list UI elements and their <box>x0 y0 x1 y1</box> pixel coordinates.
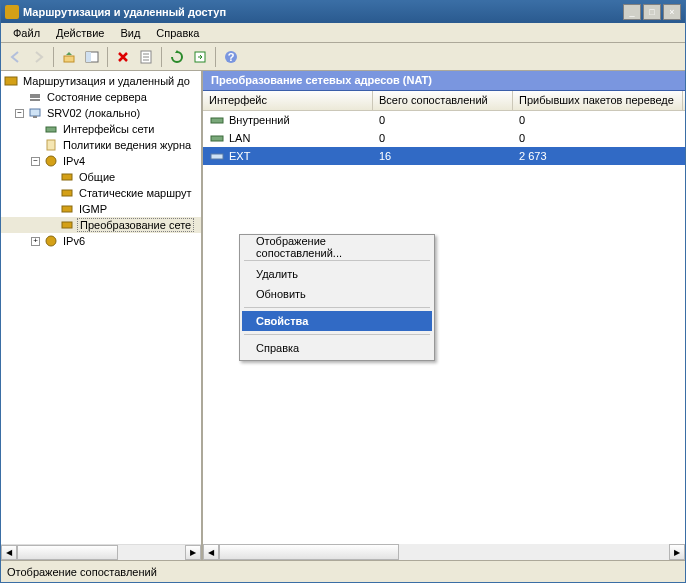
help-button[interactable]: ? <box>220 46 242 68</box>
close-button[interactable]: × <box>663 4 681 20</box>
tree-pane: Маршрутизация и удаленный до Состояние с… <box>1 71 203 560</box>
menu-help[interactable]: Справка <box>148 25 207 41</box>
menu-separator <box>244 334 430 335</box>
grid-hscrollbar[interactable]: ◀ ▶ <box>203 544 685 560</box>
svg-point-17 <box>46 156 56 166</box>
toolbar: ? <box>1 43 685 71</box>
svg-rect-13 <box>30 109 40 116</box>
export-button[interactable] <box>189 46 211 68</box>
tree-nat[interactable]: Преобразование сете <box>1 217 201 233</box>
general-icon <box>59 169 75 185</box>
svg-rect-15 <box>46 127 56 132</box>
grid-header: Интерфейс Всего сопоставлений Прибывших … <box>203 91 685 111</box>
delete-button[interactable] <box>112 46 134 68</box>
refresh-button[interactable] <box>166 46 188 68</box>
svg-rect-14 <box>33 116 37 118</box>
svg-rect-21 <box>62 222 72 228</box>
menu-separator <box>244 260 430 261</box>
svg-rect-23 <box>211 118 223 123</box>
interface-icon <box>209 112 225 128</box>
scroll-right-icon[interactable]: ▶ <box>669 544 685 560</box>
svg-rect-18 <box>62 174 72 180</box>
menu-view[interactable]: Вид <box>112 25 148 41</box>
svg-rect-2 <box>86 52 91 62</box>
svg-rect-24 <box>211 136 223 141</box>
log-icon <box>43 137 59 153</box>
forward-button[interactable] <box>27 46 49 68</box>
cell-packets: 2 673 <box>519 150 547 162</box>
cell-name: EXT <box>229 150 250 162</box>
tree-igmp[interactable]: IGMP <box>1 201 201 217</box>
cm-refresh[interactable]: Обновить <box>242 284 432 304</box>
ipv4-icon <box>43 153 59 169</box>
column-mappings[interactable]: Всего сопоставлений <box>373 91 513 110</box>
titlebar: Маршрутизация и удаленный доступ _ □ × <box>1 1 685 23</box>
tree-srv[interactable]: − SRV02 (локально) <box>1 105 201 121</box>
menubar: Файл Действие Вид Справка <box>1 23 685 43</box>
server-icon <box>3 73 19 89</box>
tree-general[interactable]: Общие <box>1 169 201 185</box>
tree-policies[interactable]: Политики ведения журна <box>1 137 201 153</box>
cm-help[interactable]: Справка <box>242 338 432 358</box>
svg-rect-16 <box>47 140 55 150</box>
menu-separator <box>244 307 430 308</box>
svg-point-22 <box>46 236 56 246</box>
svg-rect-20 <box>62 206 72 212</box>
show-pane-button[interactable] <box>81 46 103 68</box>
svg-text:?: ? <box>228 51 235 63</box>
collapse-toggle[interactable]: − <box>15 109 24 118</box>
tree-ipv4[interactable]: − IPv4 <box>1 153 201 169</box>
tree-server-status[interactable]: Состояние сервера <box>1 89 201 105</box>
app-icon <box>5 5 19 19</box>
expand-toggle[interactable]: + <box>31 237 40 246</box>
back-button[interactable] <box>5 46 27 68</box>
grid-row[interactable]: EXT 16 2 673 <box>203 147 685 165</box>
cell-name: Внутренний <box>229 114 290 126</box>
svg-rect-0 <box>64 56 74 62</box>
cell-mappings: 0 <box>379 114 385 126</box>
tree-hscrollbar[interactable]: ◀ ▶ <box>1 544 201 560</box>
interface-icon <box>209 130 225 146</box>
cell-mappings: 0 <box>379 132 385 144</box>
cell-name: LAN <box>229 132 250 144</box>
computer-icon <box>27 105 43 121</box>
up-button[interactable] <box>58 46 80 68</box>
cell-packets: 0 <box>519 114 525 126</box>
minimize-button[interactable]: _ <box>623 4 641 20</box>
svg-rect-10 <box>5 77 17 85</box>
scroll-left-icon[interactable]: ◀ <box>1 545 17 560</box>
igmp-icon <box>59 201 75 217</box>
cell-packets: 0 <box>519 132 525 144</box>
svg-rect-19 <box>62 190 72 196</box>
pane-title: Преобразование сетевых адресов (NAT) <box>203 71 685 91</box>
tree-static-routes[interactable]: Статические маршрут <box>1 185 201 201</box>
nat-icon <box>59 217 75 233</box>
scroll-right-icon[interactable]: ▶ <box>185 545 201 560</box>
collapse-toggle[interactable]: − <box>31 157 40 166</box>
cm-show-mappings[interactable]: Отображение сопоставлений... <box>242 237 432 257</box>
cm-properties[interactable]: Свойства <box>242 311 432 331</box>
menu-file[interactable]: Файл <box>5 25 48 41</box>
tree-net-interfaces[interactable]: Интерфейсы сети <box>1 121 201 137</box>
routes-icon <box>59 185 75 201</box>
interface-icon <box>209 148 225 164</box>
svg-rect-12 <box>30 99 40 101</box>
properties-button[interactable] <box>135 46 157 68</box>
scroll-left-icon[interactable]: ◀ <box>203 544 219 560</box>
ipv6-icon <box>43 233 59 249</box>
window-title: Маршрутизация и удаленный доступ <box>23 6 623 18</box>
grid-row[interactable]: Внутренний 0 0 <box>203 111 685 129</box>
status-icon <box>27 89 43 105</box>
cell-mappings: 16 <box>379 150 391 162</box>
column-packets[interactable]: Прибывших пакетов переведе <box>513 91 683 110</box>
column-interface[interactable]: Интерфейс <box>203 91 373 110</box>
tree-ipv6[interactable]: + IPv6 <box>1 233 201 249</box>
nic-icon <box>43 121 59 137</box>
grid-row[interactable]: LAN 0 0 <box>203 129 685 147</box>
cm-delete[interactable]: Удалить <box>242 264 432 284</box>
tree-root[interactable]: Маршрутизация и удаленный до <box>1 73 201 89</box>
svg-rect-25 <box>211 154 223 159</box>
statusbar-text: Отображение сопоставлений <box>7 566 157 578</box>
maximize-button[interactable]: □ <box>643 4 661 20</box>
menu-action[interactable]: Действие <box>48 25 112 41</box>
